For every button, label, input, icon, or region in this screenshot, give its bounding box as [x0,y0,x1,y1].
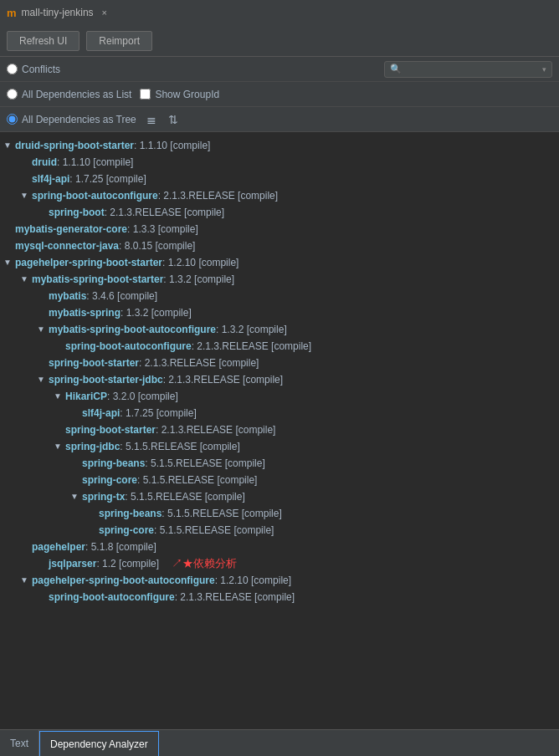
dependency-tree: ▼druid-spring-boot-starter : 1.1.10 [com… [0,132,559,729]
tree-row[interactable]: ▼pagehelper-spring-boot-autoconfigure : … [0,572,559,589]
all-deps-tree-label: All Dependencies as Tree [22,114,136,125]
dep-version-label: : 2.1.3.RELEASE [compile] [163,371,283,388]
tab-text[interactable]: Text [0,730,39,756]
dep-name-label: spring-core [82,472,137,488]
conflicts-label: Conflicts [22,64,60,75]
tree-row[interactable]: mybatis-spring : 1.3.2 [compile] [0,304,559,321]
tree-row[interactable]: ▼druid-spring-boot-starter : 1.1.10 [com… [0,137,559,154]
dep-version-label: : 5.1.5.RELEASE [compile] [120,438,239,455]
tree-row[interactable]: ▼spring-boot-autoconfigure : 2.1.3.RELEA… [0,187,559,204]
tree-row[interactable]: spring-core : 5.1.5.RELEASE [compile] [0,472,559,488]
tree-row[interactable]: ▼spring-jdbc : 5.1.5.RELEASE [compile] [0,438,559,455]
tree-toggle-arrow[interactable]: ▼ [70,488,82,505]
dep-version-label: : 3.4.6 [compile] [86,288,157,304]
dep-name-label: spring-boot-starter [65,421,156,438]
tree-row[interactable]: jsqlparser : 1.2 [compile] ↗★依赖分析 [0,555,559,572]
tree-toggle-arrow[interactable]: ▼ [3,137,15,154]
tree-row[interactable]: ▼mybatis-spring-boot-autoconfigure : 1.3… [0,321,559,338]
tree-row[interactable]: spring-beans : 5.1.5.RELEASE [compile] [0,455,559,472]
search-input[interactable] [405,64,539,75]
tree-row[interactable]: ▼spring-boot-starter-jdbc : 2.1.3.RELEAS… [0,371,559,388]
conflicts-radio[interactable] [7,64,18,74]
tree-row[interactable]: mybatis-generator-core : 1.3.3 [compile] [0,221,559,238]
tree-row[interactable]: druid : 1.1.10 [compile] [0,154,559,171]
dep-name-label: spring-beans [99,505,162,522]
show-groupid-label[interactable]: Show GroupId [140,89,219,100]
tree-toggle-arrow[interactable]: ▼ [54,438,65,455]
toolbar: Refresh UI Reimport [0,25,559,57]
search-icon: 🔍 [390,64,402,74]
dep-name-label: mybatis-spring [49,304,121,321]
project-name: mall-tiny-jenkins [22,7,94,18]
tree-toggle-arrow[interactable]: ▼ [37,321,49,338]
tree-row[interactable]: slf4j-api : 1.7.25 [compile] [0,405,559,421]
all-deps-list-label: All Dependencies as List [22,89,131,100]
tree-toggle-arrow[interactable]: ▼ [20,187,32,204]
dep-version-label: : 2.1.3.RELEASE [compile] [139,355,259,371]
tree-row[interactable]: mysql-connector-java : 8.0.15 [compile] [0,238,559,254]
dep-name-label: spring-boot [49,204,105,221]
tree-row[interactable]: ▼mybatis-spring-boot-starter : 1.3.2 [co… [0,271,559,288]
dep-version-label: : 5.1.8 [compile] [85,539,156,555]
tree-row[interactable]: pagehelper : 5.1.8 [compile] [0,539,559,555]
expand-all-icon[interactable]: ⇅ [167,111,180,128]
close-tab-button[interactable]: × [102,8,107,18]
tree-row[interactable]: spring-boot-starter : 2.1.3.RELEASE [com… [0,421,559,438]
all-deps-tree-radio[interactable] [7,114,18,125]
dep-name-label: mysql-connector-java [15,238,119,254]
reimport-button[interactable]: Reimport [86,31,152,51]
dep-version-label: : 1.3.2 [compile] [163,271,234,288]
refresh-ui-button[interactable]: Refresh UI [7,31,79,51]
dep-name-label: pagehelper-spring-boot-autoconfigure [32,572,215,589]
all-deps-list-radio-label[interactable]: All Dependencies as List [7,89,131,100]
dep-version-label: : 2.1.3.RELEASE [compile] [175,589,295,605]
dep-version-label: : 1.3.2 [compile] [121,304,192,321]
tree-row[interactable]: slf4j-api : 1.7.25 [compile] [0,171,559,187]
dep-name-label: mybatis [49,288,86,304]
dep-name-label: spring-jdbc [65,438,120,455]
dep-version-label: : 1.1.10 [compile] [134,137,210,154]
dep-name-label: spring-boot-autoconfigure [32,187,158,204]
dep-version-label: : 1.2.10 [compile] [162,254,238,271]
tree-row[interactable]: ▼HikariCP : 3.2.0 [compile] [0,388,559,405]
tree-toggle-arrow[interactable]: ▼ [54,388,65,405]
tab-dependency-analyzer[interactable]: Dependency Analyzer [39,731,159,757]
dep-version-label: : 5.1.5.RELEASE [compile] [154,522,274,539]
dep-version-label: : 5.1.5.RELEASE [compile] [125,488,244,505]
tree-row[interactable]: spring-boot : 2.1.3.RELEASE [compile] [0,204,559,221]
search-dropdown-arrow[interactable]: ▾ [542,65,546,74]
tree-row[interactable]: ▼pagehelper-spring-boot-starter : 1.2.10… [0,254,559,271]
title-bar: m mall-tiny-jenkins × [0,0,559,25]
collapse-all-icon[interactable]: ≣ [145,111,158,128]
tree-row[interactable]: spring-beans : 5.1.5.RELEASE [compile] [0,505,559,522]
tree-toggle-arrow[interactable]: ▼ [20,572,32,589]
tree-row[interactable]: spring-core : 5.1.5.RELEASE [compile] [0,522,559,539]
all-deps-list-radio[interactable] [7,89,18,100]
tree-row[interactable]: spring-boot-starter : 2.1.3.RELEASE [com… [0,355,559,371]
dep-version-label: : 1.2 [compile] [96,555,159,572]
all-deps-tree-radio-label[interactable]: All Dependencies as Tree [7,114,136,125]
tab-bar: TextDependency Analyzer [0,729,559,756]
conflicts-row: Conflicts 🔍 ▾ [0,57,559,82]
dep-version-label: : 1.1.10 [compile] [57,154,133,171]
tree-toggle-arrow[interactable]: ▼ [3,254,15,271]
conflicts-radio-label[interactable]: Conflicts [7,64,60,75]
dep-version-label: : 8.0.15 [compile] [119,238,195,254]
dep-version-label: : 5.1.5.RELEASE [compile] [162,505,281,522]
all-deps-tree-row: All Dependencies as Tree ≣ ⇅ [0,107,559,132]
show-groupid-checkbox[interactable] [140,89,151,100]
dep-version-label: : 1.7.25 [compile] [120,405,196,421]
app-icon: m [7,7,17,19]
show-groupid-text: Show GroupId [155,89,219,100]
dep-name-label: druid [32,154,57,171]
dep-version-label: : 3.2.0 [compile] [107,388,178,405]
tree-row[interactable]: mybatis : 3.4.6 [compile] [0,288,559,304]
tree-toggle-arrow[interactable]: ▼ [20,271,32,288]
tree-row[interactable]: spring-boot-autoconfigure : 2.1.3.RELEAS… [0,338,559,355]
tree-toggle-arrow[interactable]: ▼ [37,371,49,388]
dep-name-label: HikariCP [65,388,107,405]
tree-row[interactable]: spring-boot-autoconfigure : 2.1.3.RELEAS… [0,589,559,605]
tree-row[interactable]: ▼spring-tx : 5.1.5.RELEASE [compile] [0,488,559,505]
dep-version-label: : 1.2.10 [compile] [215,572,291,589]
dep-name-label: mybatis-generator-core [15,221,127,238]
